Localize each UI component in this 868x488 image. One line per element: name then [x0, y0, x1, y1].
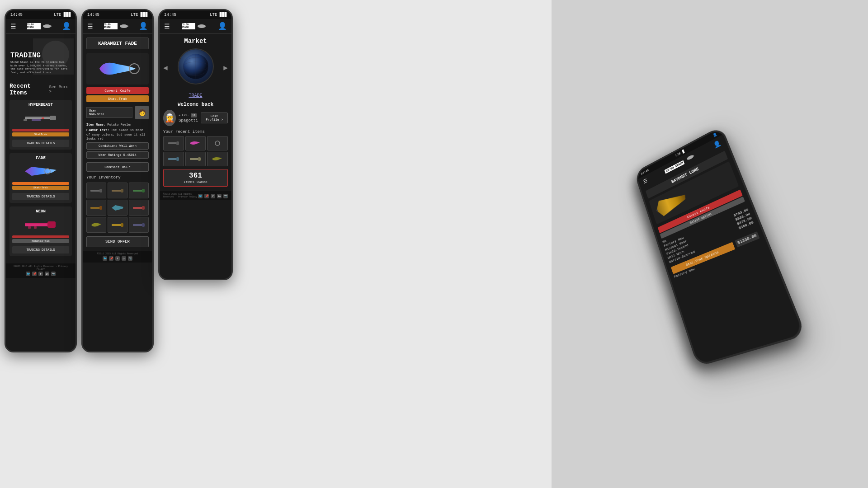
- instagram-icon[interactable]: 📷: [51, 272, 56, 276]
- big-phone-area: 14:45 LTE ▉ 👤 ☰ CS:GO STASH 👤: [552, 0, 868, 488]
- phone2-user-icon[interactable]: 👤: [139, 22, 148, 31]
- contact-user-btn[interactable]: Contact USEr: [86, 162, 149, 172]
- user-name-line1: User: [89, 109, 130, 113]
- inv-item-6: [129, 200, 149, 216]
- lvl-icon: ☕: [179, 113, 180, 117]
- svg-rect-24: [133, 207, 143, 209]
- big-phone-container: 14:45 LTE ▉ 👤 ☰ CS:GO STASH 👤: [634, 126, 806, 367]
- item-card-neon: NEON NonStatTrak TRADING DETAILS: [9, 206, 72, 256]
- big-user-icon[interactable]: 👤: [712, 139, 722, 149]
- recent-thumb-4: [163, 152, 184, 166]
- twitter-icon[interactable]: 🐦: [26, 272, 30, 276]
- phone3-footer-text: ©2016 2015 All Rights Reserved - Privacy…: [163, 193, 198, 198]
- quality-bar-hyperbeast: [12, 129, 69, 131]
- profile-name: Spagotti: [179, 118, 198, 123]
- phone3-content: Market ◀: [160, 34, 231, 191]
- item-img-neon: [12, 216, 69, 234]
- phone3-bullet-icon: [197, 24, 206, 28]
- phone2-linkedin-icon[interactable]: in: [122, 256, 126, 261]
- hamburger-icon[interactable]: ☰: [10, 23, 16, 30]
- svg-rect-26: [112, 224, 122, 226]
- market-title: Market: [163, 38, 228, 45]
- item-card-fade: FADE Stat-: [9, 153, 72, 203]
- see-more-link[interactable]: See More >: [49, 85, 72, 94]
- trade-link[interactable]: TRADE: [189, 93, 202, 98]
- svg-rect-17: [99, 189, 102, 192]
- svg-point-43: [686, 154, 694, 160]
- phone3-mockup: 14:45 LTE ▉▉▉ ☰ CS:GO STASH 👤 Market ◀: [158, 9, 233, 280]
- items-count-number: 361: [166, 172, 225, 180]
- facebook-icon[interactable]: f: [38, 272, 43, 276]
- svg-rect-21: [142, 189, 145, 192]
- phone3-facebook-icon[interactable]: f: [211, 194, 215, 198]
- inv-item-4: [86, 200, 106, 216]
- trading-details-hyperbeast[interactable]: TRADING DETAILS: [12, 140, 69, 147]
- svg-point-30: [198, 24, 206, 28]
- phone2-content: KARAMBIT FADE Covert Knife Stat-Trak: [83, 34, 152, 251]
- phone2-social-icons: 🐦 📌 f in 📷: [86, 256, 149, 261]
- phone3-status-bar: 14:45 LTE ▉▉▉: [160, 10, 231, 19]
- svg-rect-39: [168, 158, 177, 160]
- svg-rect-18: [112, 190, 122, 192]
- big-phone-screen: 14:45 LTE ▉ 👤 ☰ CS:GO STASH 👤: [636, 128, 803, 364]
- svg-rect-3: [50, 116, 56, 120]
- phone2-twitter-icon[interactable]: 🐦: [103, 256, 107, 261]
- phone2-hamburger-icon[interactable]: ☰: [87, 23, 93, 30]
- recent-items-title: Recent Items: [9, 83, 49, 96]
- phone1-footer-text: ©2016 2015 All Rights Reserved - Privacy…: [9, 265, 72, 271]
- market-globe: [179, 49, 213, 84]
- recent-thumb-2: [185, 136, 206, 150]
- carousel-left-arrow[interactable]: ◀: [163, 63, 168, 72]
- phone3-instagram-icon[interactable]: 📷: [223, 194, 228, 198]
- carousel-right-arrow[interactable]: ▶: [223, 63, 228, 72]
- svg-rect-27: [121, 223, 123, 227]
- big-hamburger[interactable]: ☰: [642, 178, 648, 185]
- phone3-hamburger-icon[interactable]: ☰: [164, 23, 170, 30]
- stat-trak-neon: NonStatTrak: [12, 239, 69, 243]
- profile-avatar: 🧝: [163, 110, 176, 126]
- send-offer-btn[interactable]: SEND OFFER: [86, 236, 149, 247]
- svg-rect-13: [34, 226, 37, 229]
- svg-rect-37: [176, 141, 179, 145]
- app-logo: CS:GO STASH: [27, 23, 52, 29]
- trading-details-fade[interactable]: TRADING DETAILS: [12, 193, 69, 200]
- phone2-pinterest-icon[interactable]: 📌: [109, 256, 113, 261]
- phone3-pinterest-icon[interactable]: 📌: [204, 194, 209, 198]
- price-na-value: [745, 203, 747, 207]
- svg-point-14: [120, 24, 128, 28]
- flavor-label: Flavor Text:: [86, 128, 109, 132]
- stat-trak-hyperbeast: StatTrak: [12, 132, 69, 136]
- recent-items-grid: [163, 136, 228, 166]
- trading-details-neon[interactable]: TRADING DETAILS: [12, 246, 69, 253]
- svg-marker-1: [51, 25, 52, 27]
- quality-bar-neon: [12, 235, 69, 238]
- svg-rect-5: [24, 119, 27, 121]
- stat-trak-btn[interactable]: Stat-Trak: [86, 95, 149, 102]
- svg-rect-40: [176, 157, 179, 161]
- covert-knife-badge: Covert Knife: [86, 87, 149, 94]
- item-name-value: Potato Peeler: [107, 123, 132, 127]
- inv-item-1: [86, 183, 106, 198]
- phone3-user-icon[interactable]: 👤: [218, 22, 227, 31]
- phone2-instagram-icon[interactable]: 📷: [128, 256, 132, 261]
- phone2-bullet-icon: [119, 24, 128, 28]
- trading-title: TRADING: [10, 52, 71, 60]
- phone3-footer: ©2016 2015 All Rights Reserved - Privacy…: [160, 191, 231, 200]
- phone3-twitter-icon[interactable]: 🐦: [198, 194, 203, 198]
- lvl-label: LVL.: [182, 113, 189, 117]
- linkedin-icon[interactable]: in: [45, 272, 49, 276]
- profile-lvl: ☕ LVL. 11: [179, 113, 198, 117]
- user-text-box: User Nam-Neza: [86, 107, 132, 118]
- big-battery: 👤: [712, 132, 718, 137]
- phone3-linkedin-icon[interactable]: in: [217, 194, 222, 198]
- item-name-neon: NEON: [12, 209, 69, 214]
- phone1-user-icon[interactable]: 👤: [62, 22, 71, 31]
- recent-thumb-1: [163, 136, 184, 150]
- phone2-time: 14:45: [87, 13, 99, 17]
- phone2-footer: ©2016 2015 All Rights Reserved 🐦 📌 f in …: [83, 251, 152, 263]
- user-profile-section: 🧝 ☕ LVL. 11 Spagotti Edit Profile >: [163, 110, 228, 126]
- edit-profile-btn[interactable]: Edit Profile >: [201, 113, 228, 123]
- pinterest-icon[interactable]: 📌: [32, 272, 37, 276]
- item-name-hyperbeast: HYPERBEAST: [12, 103, 69, 107]
- phone2-facebook-icon[interactable]: f: [115, 256, 120, 261]
